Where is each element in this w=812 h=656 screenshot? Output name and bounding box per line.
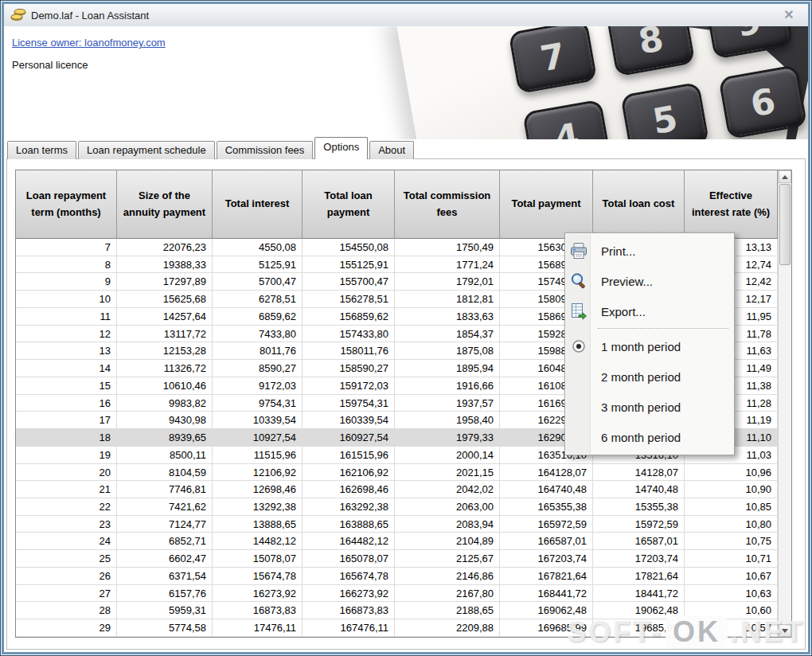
table-cell: 159172,03 bbox=[303, 377, 395, 395]
tab-about[interactable]: About bbox=[369, 141, 414, 159]
table-cell: 1771,24 bbox=[395, 256, 500, 274]
table-cell: 162106,92 bbox=[303, 464, 395, 482]
table-cell: 8590,27 bbox=[213, 360, 303, 377]
table-cell: 1812,81 bbox=[395, 291, 500, 308]
menu-item-1-month-period[interactable]: 1 month period bbox=[566, 331, 733, 361]
printer-icon bbox=[569, 241, 588, 260]
table-cell: 166273,92 bbox=[303, 585, 395, 603]
menu-item-preview[interactable]: Preview... bbox=[566, 266, 733, 296]
table-cell: 8104,59 bbox=[117, 464, 213, 482]
table-row[interactable]: 266371,5415674,78165674,782146,86167821,… bbox=[16, 568, 778, 585]
table-cell: 14740,48 bbox=[593, 481, 685, 498]
column-header-total-loan-cost: Total loan cost bbox=[593, 170, 685, 239]
scrollbar-thumb[interactable] bbox=[779, 184, 791, 265]
vertical-scrollbar[interactable] bbox=[778, 170, 791, 637]
table-row[interactable]: 246852,7114482,12164482,122104,89166587,… bbox=[16, 533, 778, 550]
table-cell: 13 bbox=[16, 342, 117, 360]
table-cell: 10,96 bbox=[685, 464, 778, 482]
table-cell: 164128,07 bbox=[500, 464, 593, 482]
table-cell: 6371,54 bbox=[117, 568, 213, 585]
watermark-ok: OK bbox=[666, 615, 728, 649]
radio-selected-icon bbox=[569, 337, 588, 356]
table-cell: 163888,65 bbox=[303, 516, 395, 533]
table-cell: 14128,07 bbox=[593, 464, 685, 482]
table-cell: 10927,54 bbox=[213, 429, 303, 447]
header-area: 789456 License owner: loanofmoney.com Pe… bbox=[4, 26, 808, 139]
column-header-size-of-the-annuity-payment: Size of the annuity payment bbox=[117, 170, 213, 239]
calc-key-7: 7 bbox=[508, 26, 597, 94]
table-cell: 12 bbox=[16, 326, 117, 343]
tab-loan-terms[interactable]: Loan terms bbox=[7, 141, 76, 159]
table-cell: 9430,98 bbox=[117, 412, 213, 429]
table-cell: 5700,47 bbox=[213, 273, 303, 291]
table-cell: 18441,72 bbox=[593, 585, 685, 603]
menu-item-export[interactable]: Export... bbox=[566, 296, 733, 326]
table-cell: 8939,65 bbox=[117, 429, 213, 447]
menu-item-3-month-period[interactable]: 3 month period bbox=[566, 392, 733, 422]
table-cell: 17821,64 bbox=[593, 568, 685, 585]
table-cell: 24 bbox=[16, 533, 117, 550]
table-row[interactable]: 227421,6213292,38163292,382063,00165355,… bbox=[16, 498, 778, 516]
table-cell: 17203,74 bbox=[593, 550, 685, 568]
table-cell: 6859,62 bbox=[213, 308, 303, 326]
table-cell: 7433,80 bbox=[213, 326, 303, 343]
table-cell: 13117,72 bbox=[117, 326, 213, 343]
table-cell: 8500,11 bbox=[117, 447, 213, 464]
license-owner-link[interactable]: License owner: loanofmoney.com bbox=[12, 37, 166, 49]
table-cell: 10,80 bbox=[685, 516, 778, 533]
column-header-loan-repayment-term-months: Loan repayment term (months) bbox=[16, 170, 117, 239]
table-cell: 12106,92 bbox=[213, 464, 303, 482]
coins-app-icon bbox=[10, 8, 26, 22]
table-cell: 1854,37 bbox=[395, 326, 500, 343]
table-cell: 29 bbox=[16, 619, 117, 637]
table-cell: 167476,11 bbox=[303, 619, 395, 637]
preview-icon bbox=[569, 271, 588, 291]
table-cell: 166587,01 bbox=[500, 533, 593, 550]
table-cell: 163292,38 bbox=[303, 498, 395, 516]
table-row[interactable]: 237124,7713888,65163888,652083,94165972,… bbox=[16, 516, 778, 533]
table-cell: 10,67 bbox=[685, 568, 778, 585]
table-cell: 156278,51 bbox=[303, 291, 395, 308]
close-button[interactable]: ✕ bbox=[781, 7, 797, 23]
menu-item-label: 6 month period bbox=[601, 431, 681, 444]
column-header-total-interest: Total interest bbox=[213, 170, 303, 239]
table-cell: 167203,74 bbox=[500, 550, 593, 568]
table-row[interactable]: 256602,4715078,07165078,072125,67167203,… bbox=[16, 550, 778, 568]
table-cell: 1750,49 bbox=[395, 239, 500, 256]
table-cell: 26 bbox=[16, 568, 117, 585]
table-cell: 15625,68 bbox=[117, 291, 213, 308]
table-cell: 160927,54 bbox=[303, 429, 395, 447]
table-cell: 164482,12 bbox=[303, 533, 395, 550]
column-header-total-loan-payment: Total loan payment bbox=[303, 170, 395, 239]
calculator-photo: 789456 bbox=[322, 26, 808, 139]
table-cell: 7 bbox=[16, 239, 117, 256]
table-cell: 17476,11 bbox=[213, 619, 303, 637]
tab-options[interactable]: Options bbox=[314, 137, 368, 159]
table-cell: 15078,07 bbox=[213, 550, 303, 568]
table-cell: 2125,67 bbox=[395, 550, 500, 568]
watermark-soft: SOFT- bbox=[567, 615, 663, 648]
table-cell: 10,75 bbox=[685, 533, 778, 550]
column-header-total-commission-fees: Total commission fees bbox=[395, 170, 500, 239]
scroll-up-button[interactable] bbox=[779, 170, 791, 183]
menu-item-2-month-period[interactable]: 2 month period bbox=[566, 361, 733, 392]
table-cell: 6278,51 bbox=[213, 291, 303, 308]
table-cell: 11326,72 bbox=[117, 360, 213, 377]
table-row[interactable]: 217746,8112698,46162698,462042,02164740,… bbox=[16, 481, 778, 498]
table-row[interactable]: 276157,7616273,92166273,922167,80168441,… bbox=[16, 585, 778, 603]
table-header-row: Loan repayment term (months)Size of the … bbox=[16, 170, 778, 239]
menu-item-print[interactable]: Print... bbox=[566, 236, 733, 266]
table-row[interactable]: 208104,5912106,92162106,922021,15164128,… bbox=[16, 464, 778, 482]
tab-bar: Loan termsLoan repayment scheduleCommiss… bbox=[7, 139, 416, 159]
table-cell: 10,63 bbox=[685, 585, 778, 603]
table-cell: 7421,62 bbox=[117, 498, 213, 516]
export-icon bbox=[569, 302, 588, 321]
table-cell: 2209,88 bbox=[395, 619, 500, 637]
tab-loan-repayment-schedule[interactable]: Loan repayment schedule bbox=[78, 141, 215, 159]
menu-item-6-month-period[interactable]: 6 month period bbox=[566, 422, 733, 452]
table-cell: 10339,54 bbox=[213, 412, 303, 429]
table-cell: 168441,72 bbox=[500, 585, 593, 603]
table-cell: 15355,38 bbox=[593, 498, 685, 516]
tab-commission-fees[interactable]: Commission fees bbox=[217, 141, 314, 159]
table-cell: 5774,58 bbox=[117, 619, 213, 637]
